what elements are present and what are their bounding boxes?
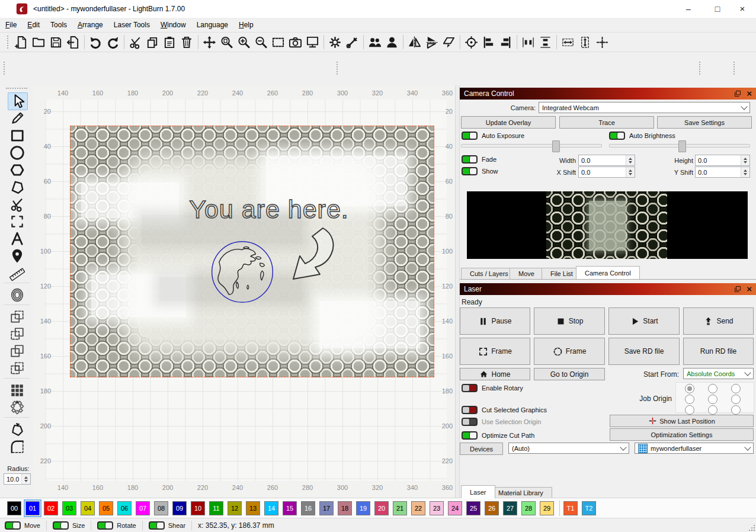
devices-button[interactable]: Devices xyxy=(460,443,503,455)
float-panel-icon[interactable] xyxy=(733,285,742,294)
pause-button[interactable]: Pause xyxy=(460,307,530,335)
job-origin-radio-7[interactable] xyxy=(708,405,717,415)
flip-vertical-icon[interactable] xyxy=(406,34,423,51)
brightness-slider[interactable] xyxy=(609,144,750,148)
trace-button[interactable]: Trace xyxy=(559,116,654,129)
toolbar-grip[interactable] xyxy=(7,36,11,49)
preview-window-icon[interactable] xyxy=(304,34,321,51)
boolean-union-tool[interactable] xyxy=(8,309,27,325)
palette-swatch-00[interactable]: 00 xyxy=(7,501,21,515)
palette-swatch-08[interactable]: 08 xyxy=(154,501,168,515)
position-laser-tool[interactable] xyxy=(8,248,27,264)
text-tool[interactable] xyxy=(8,230,27,247)
undo-icon[interactable] xyxy=(87,34,104,51)
palette-swatch-17[interactable]: 17 xyxy=(319,501,334,515)
align-right-icon[interactable] xyxy=(497,34,514,51)
port-combo[interactable]: (Auto) xyxy=(508,443,629,454)
palette-swatch-24[interactable]: 24 xyxy=(448,501,462,515)
palette-swatch-05[interactable]: 05 xyxy=(99,501,113,515)
use-selection-origin-toggle[interactable]: Use Selection Origin xyxy=(462,417,541,427)
folder-open-icon[interactable] xyxy=(30,34,47,51)
edit-nodes-tool[interactable] xyxy=(8,179,27,196)
settings-gear-icon[interactable] xyxy=(326,34,344,51)
palette-swatch-27[interactable]: 27 xyxy=(503,501,517,515)
menu-file[interactable]: File xyxy=(0,18,22,32)
palette-swatch-15[interactable]: 15 xyxy=(283,501,297,515)
grid-array-tool[interactable] xyxy=(8,382,27,399)
float-panel-icon[interactable] xyxy=(733,89,742,98)
save-settings-button[interactable]: Save Settings xyxy=(657,116,752,129)
palette-swatch-T1[interactable]: T1 xyxy=(563,501,578,515)
status-toggle-move[interactable]: Move xyxy=(5,521,40,530)
optimize-cut-path-toggle[interactable]: Optimize Cut Path xyxy=(462,431,534,440)
import-file-icon[interactable] xyxy=(65,34,82,51)
toolbar-grip[interactable] xyxy=(699,62,703,75)
camera-capture-icon[interactable] xyxy=(287,34,304,51)
paste-icon[interactable] xyxy=(161,34,178,51)
toolbar-grip[interactable] xyxy=(733,62,737,75)
tab-camera-control[interactable]: Camera Control xyxy=(576,266,640,279)
shear-icon[interactable] xyxy=(440,34,457,51)
job-origin-radio-0[interactable] xyxy=(685,384,694,393)
workspace-canvas[interactable]: You are here. 14014016016018018020020022… xyxy=(33,85,455,498)
rectangle-tool[interactable] xyxy=(8,127,27,144)
align-center-icon[interactable] xyxy=(463,34,480,51)
enable-rotary-toggle[interactable]: Enable Rotary xyxy=(462,383,523,393)
palette-swatch-26[interactable]: 26 xyxy=(485,501,499,515)
home-button[interactable]: Home xyxy=(460,368,530,380)
job-origin-radio-1[interactable] xyxy=(708,384,717,393)
zoom-out-icon[interactable] xyxy=(252,34,270,51)
draw-lines-tool[interactable] xyxy=(8,110,27,127)
save-file-icon[interactable] xyxy=(47,34,65,51)
edit-frame-tool[interactable] xyxy=(8,213,27,230)
menu-edit[interactable]: Edit xyxy=(22,18,45,32)
polygon-tool[interactable] xyxy=(8,162,27,178)
match-width-icon[interactable] xyxy=(559,34,576,51)
palette-swatch-07[interactable]: 07 xyxy=(136,501,150,515)
toolbar-grip[interactable] xyxy=(6,88,27,89)
palette-swatch-02[interactable]: 02 xyxy=(44,501,58,515)
palette-swatch-T2[interactable]: T2 xyxy=(582,501,596,515)
file-new-icon[interactable] xyxy=(13,34,30,51)
menu-laser-tools[interactable]: Laser Tools xyxy=(108,18,155,32)
zoom-in-icon[interactable] xyxy=(235,34,252,51)
status-toggle-shear[interactable]: Shear xyxy=(149,521,185,530)
palette-swatch-28[interactable]: 28 xyxy=(521,501,536,515)
ellipse-tool[interactable] xyxy=(8,145,27,161)
palette-swatch-09[interactable]: 09 xyxy=(172,501,187,515)
show-last-position-button[interactable]: Show Last Position xyxy=(610,415,754,427)
copy-icon[interactable] xyxy=(144,34,161,51)
send-button[interactable]: Send xyxy=(683,307,754,335)
tab-laser[interactable]: Laser xyxy=(461,485,495,498)
minimize-button[interactable]: – xyxy=(675,0,702,18)
boolean-difference-tool[interactable] xyxy=(8,360,27,377)
zoom-page-icon[interactable] xyxy=(218,34,235,51)
close-panel-icon[interactable]: × xyxy=(747,285,752,293)
run-rd-file-button[interactable]: Run RD file xyxy=(683,338,754,365)
palette-swatch-16[interactable]: 16 xyxy=(301,501,315,515)
device-combo[interactable]: mywonderfullaser xyxy=(635,443,754,454)
palette-swatch-06[interactable]: 06 xyxy=(117,501,132,515)
cut-icon[interactable] xyxy=(127,34,144,51)
palette-swatch-29[interactable]: 29 xyxy=(540,501,554,515)
redo-icon[interactable] xyxy=(104,34,121,51)
circular-array-tool[interactable] xyxy=(8,399,27,416)
boolean-intersect-tool[interactable] xyxy=(8,343,27,360)
x-shift-input[interactable]: 0.0 xyxy=(578,166,635,178)
tab-move[interactable]: Move xyxy=(510,268,543,279)
optimization-settings-button[interactable]: Optimization Settings xyxy=(610,428,754,441)
camera-select-combo[interactable]: Integrated Webcam xyxy=(539,102,750,113)
group-icon[interactable] xyxy=(366,34,383,51)
select-tool[interactable] xyxy=(8,92,28,110)
save-rd-file-button[interactable]: Save RD file xyxy=(608,338,680,365)
move-to-position-icon[interactable] xyxy=(594,34,611,51)
resize-grip[interactable] xyxy=(748,524,755,531)
ungroup-icon[interactable] xyxy=(383,34,401,51)
exposure-slider[interactable] xyxy=(461,144,602,148)
palette-swatch-11[interactable]: 11 xyxy=(209,501,223,515)
tab-material-library[interactable]: Material Library xyxy=(489,487,552,498)
flip-horizontal-icon[interactable] xyxy=(423,34,440,51)
menu-help[interactable]: Help xyxy=(233,18,259,32)
palette-swatch-14[interactable]: 14 xyxy=(264,501,278,515)
palette-swatch-19[interactable]: 19 xyxy=(356,501,370,515)
